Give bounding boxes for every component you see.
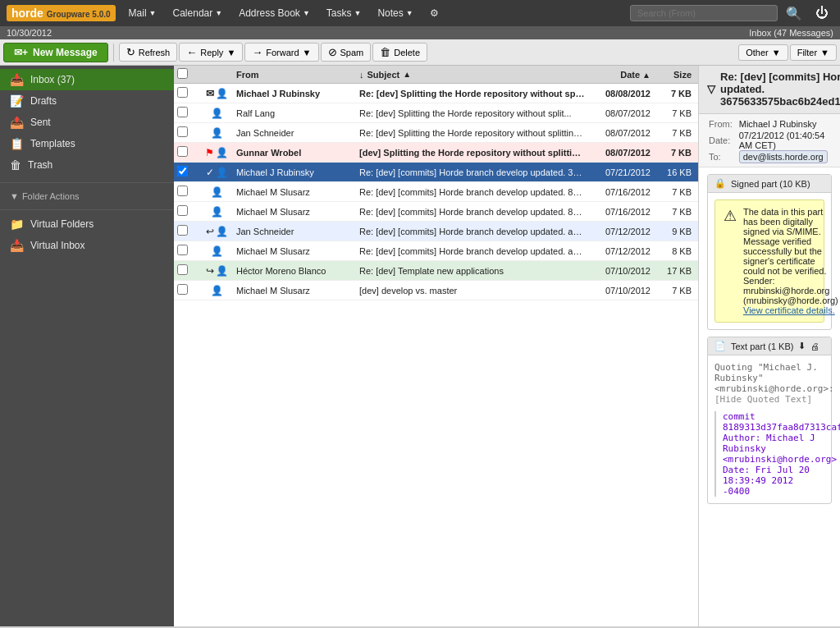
nav-calendar[interactable]: Calendar ▼ (167, 4, 230, 22)
sidebar-item-templates[interactable]: 📋 Templates (0, 133, 174, 154)
forward-icon: ↪ (206, 265, 214, 277)
refresh-button[interactable]: ↻ Refresh (119, 43, 178, 62)
virtual-folders-icon: 📁 (10, 218, 24, 231)
nav-notes-label: Notes (377, 7, 403, 19)
table-row[interactable]: 👤 Michael M Slusarz Re: [dev] [commits] … (174, 202, 698, 222)
table-row[interactable]: ⚑👤 Gunnar Wrobel [dev] Splitting the Hor… (174, 143, 698, 163)
meta-from-label: From: (709, 119, 737, 129)
table-row[interactable]: 👤 Ralf Lang Re: [dev] Splitting the Hord… (174, 103, 698, 123)
table-row[interactable]: ↩👤 Jan Schneider Re: [dev] [commits] Hor… (174, 222, 698, 241)
current-date: 10/30/2012 (7, 28, 52, 38)
row-check[interactable] (177, 284, 200, 296)
preview-header: ▽ Re: [dev] [commits] Horde branch devel… (699, 66, 840, 114)
forward-label: Forward (266, 48, 299, 57)
row-size: 17 KB (654, 266, 695, 276)
print-icon[interactable]: 🖨 (810, 342, 819, 351)
header-subject[interactable]: ↓ Subject ▲ (356, 70, 588, 80)
header-date[interactable]: Date ▲ (588, 70, 654, 80)
sidebar-item-sent[interactable]: 📤 Sent (0, 112, 174, 133)
reply-icon: ↩ (206, 226, 214, 237)
nav-notes[interactable]: Notes ▼ (371, 4, 419, 22)
select-all-checkbox[interactable] (177, 68, 188, 79)
row-date: 07/10/2012 (588, 266, 654, 276)
virtual-folders-label: Virtual Folders (30, 218, 164, 230)
new-message-button[interactable]: ✉+ New Message (3, 43, 108, 62)
nav-mail[interactable]: Mail ▼ (122, 4, 163, 22)
row-from: Gunnar Wrobel (233, 148, 356, 158)
table-row[interactable]: 👤 Michael M Slusarz Re: [dev] [commits] … (174, 182, 698, 202)
row-check[interactable] (177, 205, 200, 218)
templates-label: Templates (30, 138, 164, 149)
reply-icon: ← (186, 46, 197, 58)
person-icon: 👤 (211, 245, 223, 257)
download-icon[interactable]: ⬇ (798, 341, 806, 351)
main-area: 📥 Inbox (37) 📝 Drafts 📤 Sent 📋 Templates… (0, 66, 840, 626)
sidebar-item-virtual-inbox[interactable]: 📥 Virtual Inbox (0, 235, 174, 256)
search-input[interactable] (630, 5, 778, 21)
header-from[interactable]: From (233, 70, 356, 80)
envelope-icon: ✉ (206, 88, 214, 99)
nav-tasks[interactable]: Tasks ▼ (320, 4, 368, 22)
table-row[interactable]: 👤 Jan Schneider Re: [dev] Splitting the … (174, 123, 698, 143)
row-check[interactable] (177, 87, 200, 99)
quoting-text: Quoting "Michael J. Rubinsky" <mrubinski… (714, 362, 824, 394)
header-size[interactable]: Size (654, 70, 695, 80)
new-message-label: New Message (33, 47, 98, 58)
row-check[interactable] (177, 166, 200, 178)
meta-from-row: From: Michael J Rubinsky (709, 119, 830, 129)
table-row[interactable]: 👤 Michael M Slusarz Re: [dev] [commits] … (174, 241, 698, 261)
row-date: 07/12/2012 (588, 227, 654, 236)
row-check[interactable] (177, 126, 200, 139)
nav-addressbook-arrow: ▼ (303, 9, 310, 17)
row-from: Michael M Slusarz (233, 187, 356, 197)
sidebar-main-section: 📥 Inbox (37) 📝 Drafts 📤 Sent 📋 Templates… (0, 66, 174, 179)
spam-button[interactable]: ⊘ Spam (321, 43, 372, 62)
meta-date-value: 07/21/2012 (01:40:54 AM CET) (739, 131, 830, 150)
table-row[interactable]: ✉👤 Michael J Rubinsky Re: [dev] Splittin… (174, 84, 698, 103)
hide-quoted-button[interactable]: [Hide Quoted Text] (714, 394, 824, 405)
filter-button[interactable]: Filter ▼ (790, 44, 837, 61)
toolbar-right: Other ▼ Filter ▼ (738, 44, 837, 61)
email-list-panel: From ↓ Subject ▲ Date ▲ Size ✉👤 Michael … (174, 66, 699, 626)
preview-meta: From: Michael J Rubinsky Date: 07/21/201… (699, 114, 840, 167)
meta-table: From: Michael J Rubinsky Date: 07/21/201… (707, 117, 832, 163)
search-button[interactable]: 🔍 (781, 2, 807, 25)
row-check[interactable] (177, 186, 200, 198)
nav-settings[interactable]: ⚙ (423, 4, 445, 22)
row-size: 8 KB (654, 246, 695, 256)
toolbar-sep-1 (113, 44, 114, 62)
row-subject: Re: [dev] [commits] Horde branch develop… (356, 227, 588, 236)
sidebar-item-drafts[interactable]: 📝 Drafts (0, 90, 174, 112)
sidebar-item-virtual-folders[interactable]: 📁 Virtual Folders (0, 213, 174, 235)
sidebar-item-trash[interactable]: 🗑 Trash (0, 154, 174, 176)
sidebar-folder-actions[interactable]: ▼ Folder Actions (0, 186, 174, 206)
row-subject: Re: [dev] Splitting the Horde repository… (356, 128, 588, 138)
row-check[interactable] (177, 146, 200, 158)
row-check[interactable] (177, 245, 200, 257)
row-check[interactable] (177, 264, 200, 277)
other-button[interactable]: Other ▼ (738, 44, 788, 61)
delete-button[interactable]: 🗑 Delete (372, 43, 427, 62)
table-row[interactable]: ↪👤 Héctor Moreno Blanco Re: [dev] Templa… (174, 261, 698, 281)
toolbar: ✉+ New Message ↻ Refresh ← Reply ▼ → For… (0, 39, 840, 66)
date-sort-arrow: ▲ (642, 71, 651, 80)
warning-icon: ⚠ (724, 207, 737, 315)
reply-button[interactable]: ← Reply ▼ (179, 43, 243, 62)
row-check[interactable] (177, 225, 200, 237)
table-row[interactable]: 👤 Michael M Slusarz [dev] develop vs. ma… (174, 281, 698, 300)
view-cert-link[interactable]: View certificate details. (743, 305, 835, 315)
nav-addressbook[interactable]: Address Book ▼ (232, 4, 317, 22)
row-check[interactable] (177, 107, 200, 119)
row-icons: 👤 (200, 186, 233, 198)
person-icon: 👤 (216, 226, 228, 237)
sidebar-item-inbox[interactable]: 📥 Inbox (37) (0, 69, 174, 90)
forward-button[interactable]: → Forward ▼ (244, 43, 318, 62)
row-icons: ↩👤 (200, 226, 233, 237)
collapse-icon[interactable]: ▽ (707, 83, 715, 95)
logout-button[interactable]: ⏻ (810, 2, 833, 24)
row-subject: Re: [dev] [commits] Horde branch develop… (356, 167, 588, 177)
new-message-icon: ✉+ (14, 47, 28, 58)
table-row[interactable]: ✓👤 Michael J Rubinsky Re: [dev] [commits… (174, 163, 698, 182)
row-size: 16 KB (654, 167, 695, 177)
sidebar-divider-1 (0, 182, 174, 183)
